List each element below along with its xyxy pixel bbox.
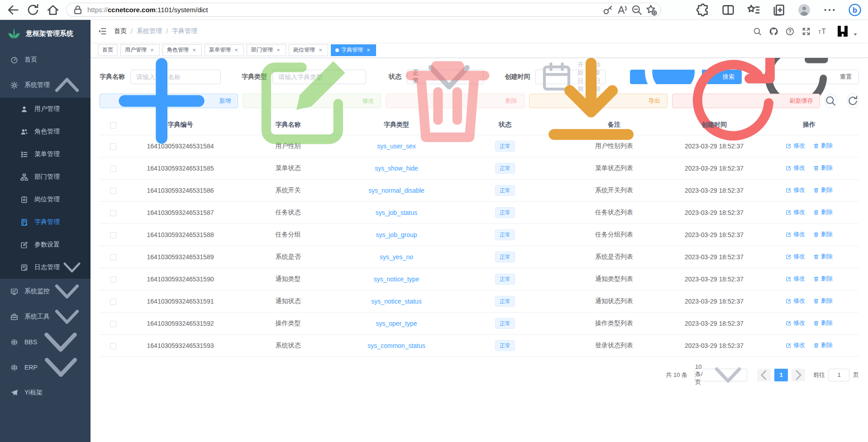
- row-delete-link[interactable]: 删除: [813, 252, 833, 261]
- row-delete-link[interactable]: 删除: [813, 230, 833, 238]
- close-icon[interactable]: ×: [149, 47, 155, 53]
- extensions-icon[interactable]: [696, 3, 710, 17]
- password-key-icon[interactable]: [602, 4, 614, 16]
- row-checkbox[interactable]: [110, 188, 116, 194]
- browser-home-button[interactable]: [46, 3, 60, 17]
- tab-home[interactable]: 首页: [98, 44, 118, 56]
- row-checkbox[interactable]: [110, 343, 116, 349]
- row-delete-link[interactable]: 删除: [813, 275, 833, 283]
- row-checkbox[interactable]: [110, 299, 116, 305]
- app-logo[interactable]: 意框架管理系统: [0, 20, 91, 47]
- select-all-checkbox[interactable]: [110, 122, 116, 128]
- edit-button[interactable]: 修改: [243, 94, 381, 108]
- close-icon[interactable]: ×: [275, 47, 281, 53]
- tab-dict[interactable]: 字典管理×: [331, 44, 376, 56]
- help-icon[interactable]: [786, 27, 794, 36]
- row-edit-link[interactable]: 修改: [786, 186, 805, 194]
- zoom-out-icon[interactable]: [631, 4, 643, 16]
- row-checkbox[interactable]: [110, 321, 116, 327]
- row-edit-link[interactable]: 修改: [786, 230, 805, 238]
- refresh-cache-button[interactable]: 刷新缓存: [672, 94, 820, 108]
- tab-user[interactable]: 用户管理×: [120, 44, 160, 56]
- page-1-button[interactable]: 1: [774, 369, 788, 381]
- row-edit-link[interactable]: 修改: [786, 319, 805, 327]
- row-edit-link[interactable]: 修改: [786, 341, 805, 349]
- close-icon[interactable]: ×: [317, 47, 324, 53]
- page-size-select[interactable]: 10条/页: [695, 369, 747, 381]
- export-button[interactable]: 导出: [529, 94, 668, 108]
- close-icon[interactable]: ×: [365, 47, 372, 53]
- row-edit-link[interactable]: 修改: [786, 208, 805, 216]
- sidebar-fold-icon[interactable]: [98, 27, 107, 36]
- split-screen-icon[interactable]: [721, 3, 735, 17]
- row-delete-link[interactable]: 删除: [813, 164, 833, 172]
- dict-type-link[interactable]: sys_notice_status: [371, 298, 421, 305]
- sidebar-item-menu[interactable]: 菜单管理: [0, 143, 91, 166]
- row-edit-link[interactable]: 修改: [786, 164, 805, 172]
- sidebar-item-dept[interactable]: 部门管理: [0, 166, 91, 188]
- tab-menu[interactable]: 菜单管理×: [205, 44, 244, 56]
- lock-icon[interactable]: [72, 4, 84, 16]
- sidebar-item-erp[interactable]: ERP: [0, 355, 91, 380]
- prev-page-button[interactable]: [757, 369, 771, 381]
- refresh-table-button[interactable]: [847, 94, 859, 108]
- dict-type-link[interactable]: sys_yes_no: [380, 253, 413, 261]
- dict-type-link[interactable]: sys_normal_disable: [368, 187, 424, 194]
- row-delete-link[interactable]: 删除: [813, 186, 833, 194]
- user-avatar[interactable]: [836, 24, 858, 38]
- row-delete-link[interactable]: 删除: [813, 297, 833, 305]
- delete-button[interactable]: 删除: [386, 94, 524, 108]
- dict-type-link[interactable]: sys_show_hide: [375, 165, 418, 172]
- favorites-bar-icon[interactable]: [747, 3, 760, 17]
- dict-type-link[interactable]: sys_job_status: [376, 209, 418, 216]
- row-delete-link[interactable]: 删除: [813, 341, 833, 349]
- row-checkbox[interactable]: [110, 276, 116, 283]
- row-edit-link[interactable]: 修改: [786, 142, 805, 150]
- row-delete-link[interactable]: 删除: [813, 319, 833, 327]
- close-icon[interactable]: ×: [191, 47, 197, 53]
- browser-refresh-button[interactable]: [26, 3, 40, 17]
- row-checkbox[interactable]: [110, 232, 116, 238]
- sidebar-item-param[interactable]: 参数设置: [0, 233, 91, 256]
- close-icon[interactable]: ×: [233, 47, 239, 53]
- fullscreen-icon[interactable]: [802, 27, 811, 36]
- row-edit-link[interactable]: 修改: [786, 252, 805, 261]
- row-checkbox[interactable]: [110, 254, 116, 261]
- breadcrumb-system[interactable]: 系统管理: [137, 27, 162, 35]
- row-delete-link[interactable]: 删除: [813, 208, 833, 216]
- github-icon[interactable]: [769, 27, 778, 36]
- goto-page-input[interactable]: [829, 369, 849, 381]
- favorite-star-icon[interactable]: [645, 4, 657, 16]
- header-search-icon[interactable]: [753, 27, 762, 36]
- row-edit-link[interactable]: 修改: [786, 275, 805, 283]
- browser-menu-icon[interactable]: [823, 3, 836, 17]
- sidebar-item-dict[interactable]: 字典管理: [0, 211, 91, 233]
- collections-icon[interactable]: [772, 3, 786, 17]
- address-bar[interactable]: https://ccnetcore.com:1101/system/dict: [66, 3, 661, 17]
- read-aloud-icon[interactable]: [616, 4, 628, 16]
- dict-type-link[interactable]: sys_oper_type: [376, 320, 417, 327]
- row-checkbox[interactable]: [110, 210, 116, 216]
- browser-profile-avatar[interactable]: [797, 3, 811, 17]
- dict-type-link[interactable]: sys_notice_type: [374, 276, 419, 283]
- breadcrumb-home[interactable]: 首页: [114, 27, 127, 35]
- row-checkbox[interactable]: [110, 143, 116, 150]
- font-size-icon[interactable]: TT: [818, 27, 827, 36]
- dict-type-link[interactable]: sys_common_status: [367, 342, 425, 349]
- sidebar-item-post[interactable]: 岗位管理: [0, 188, 91, 211]
- dict-type-link[interactable]: sys_job_group: [376, 231, 417, 238]
- add-button[interactable]: 新增: [100, 94, 238, 108]
- tab-post[interactable]: 岗位管理×: [289, 44, 328, 56]
- show-search-toggle-button[interactable]: [825, 94, 837, 108]
- browser-back-button[interactable]: [6, 3, 20, 17]
- tab-role[interactable]: 角色管理×: [162, 44, 202, 56]
- sidebar-item-role[interactable]: 角色管理: [0, 120, 91, 143]
- sidebar-item-system[interactable]: 系统管理: [0, 72, 91, 98]
- row-edit-link[interactable]: 修改: [786, 297, 805, 305]
- copilot-bing-icon[interactable]: b: [848, 3, 862, 17]
- row-checkbox[interactable]: [110, 166, 116, 172]
- row-delete-link[interactable]: 删除: [813, 142, 833, 150]
- next-page-button[interactable]: [792, 369, 805, 381]
- tab-dept[interactable]: 部门管理×: [247, 44, 286, 56]
- url-text[interactable]: https://ccnetcore.com:1101/system/dict: [87, 6, 599, 14]
